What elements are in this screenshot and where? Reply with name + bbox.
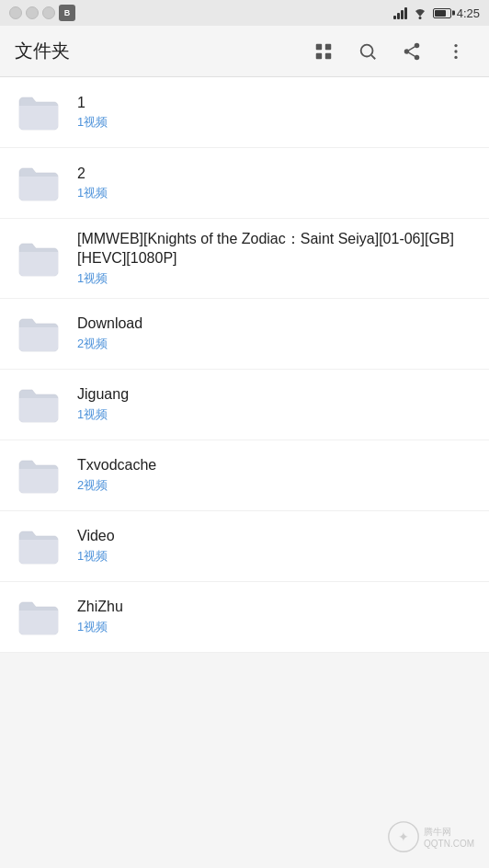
window-btn-2 xyxy=(26,6,39,19)
battery-icon xyxy=(433,8,451,18)
folder-count: 1视频 xyxy=(77,114,474,131)
folder-item[interactable]: Video 1视频 xyxy=(0,511,489,582)
svg-point-14 xyxy=(454,55,457,58)
folder-name: [MMWEB][Knights of the Zodiac：Saint Seiy… xyxy=(77,230,474,268)
svg-rect-3 xyxy=(316,52,322,58)
more-options-button[interactable] xyxy=(438,33,474,70)
signal-icon xyxy=(393,6,407,19)
folder-name: Video xyxy=(77,527,474,546)
status-bar-left: B xyxy=(9,5,75,21)
svg-line-11 xyxy=(409,46,415,50)
folder-name: Txvodcache xyxy=(77,456,474,475)
folder-info: Jiguang 1视频 xyxy=(77,385,474,423)
svg-line-6 xyxy=(371,55,375,59)
svg-text:✦: ✦ xyxy=(398,829,409,844)
folder-name: ZhiZhu xyxy=(77,598,474,617)
folder-name: 2 xyxy=(77,165,474,184)
folder-icon xyxy=(17,599,60,635)
more-options-icon xyxy=(446,41,466,62)
folder-item[interactable]: Jiguang 1视频 xyxy=(0,370,489,440)
folder-item[interactable]: [MMWEB][Knights of the Zodiac：Saint Seiy… xyxy=(0,219,489,299)
folder-count: 1视频 xyxy=(77,548,474,565)
folder-icon-wrap xyxy=(15,88,63,136)
share-icon xyxy=(402,41,422,62)
app-bar-actions xyxy=(305,33,474,70)
folder-count: 2视频 xyxy=(77,477,474,494)
folder-icon xyxy=(17,165,60,201)
folder-info: Video 1视频 xyxy=(77,527,474,565)
folder-item[interactable]: ZhiZhu 1视频 xyxy=(0,582,489,653)
folder-icon xyxy=(17,240,60,277)
folder-icon-wrap xyxy=(15,522,63,570)
watermark: ✦ 腾牛网 QQTN.COM xyxy=(387,820,474,853)
folder-item[interactable]: Download 2视频 xyxy=(0,299,489,370)
share-button[interactable] xyxy=(393,33,430,70)
folder-item[interactable]: Txvodcache 2视频 xyxy=(0,440,489,511)
grid-icon xyxy=(313,41,334,62)
folder-item[interactable]: 1 1视频 xyxy=(0,77,489,148)
folder-count: 2视频 xyxy=(77,336,474,352)
svg-point-7 xyxy=(415,42,420,48)
window-btn-3 xyxy=(42,6,55,19)
folder-icon-wrap xyxy=(15,159,63,207)
window-btn-1 xyxy=(9,6,22,19)
folder-info: ZhiZhu 1视频 xyxy=(77,598,474,635)
wifi-icon xyxy=(413,6,427,19)
app-icon: B xyxy=(59,5,75,21)
folder-icon-wrap xyxy=(15,310,63,358)
svg-rect-4 xyxy=(325,52,331,58)
svg-point-8 xyxy=(404,49,410,54)
svg-point-9 xyxy=(415,54,420,59)
watermark-site: 腾牛网 xyxy=(424,826,474,839)
folder-icon xyxy=(17,457,60,494)
folder-info: 2 1视频 xyxy=(77,165,474,202)
svg-line-10 xyxy=(409,52,415,56)
page-title: 文件夹 xyxy=(15,39,70,63)
app-bar: 文件夹 xyxy=(0,26,489,77)
status-bar-right: 4:25 xyxy=(393,6,480,20)
folder-icon xyxy=(17,528,60,565)
folder-count: 1视频 xyxy=(77,270,474,287)
folder-icon-wrap xyxy=(15,381,63,428)
search-icon xyxy=(358,41,378,62)
folder-count: 1视频 xyxy=(77,406,474,423)
svg-rect-2 xyxy=(325,43,331,49)
folder-name: Download xyxy=(77,314,474,334)
svg-point-0 xyxy=(418,17,421,19)
grid-view-button[interactable] xyxy=(305,33,342,70)
svg-point-13 xyxy=(454,50,457,52)
folder-item[interactable]: 2 1视频 xyxy=(0,148,489,219)
folder-list: 1 1视频 2 1视频 [MMWEB][Kn xyxy=(0,77,489,653)
folder-name: Jiguang xyxy=(77,385,474,405)
folder-icon xyxy=(17,386,60,423)
folder-info: 1 1视频 xyxy=(77,94,474,131)
folder-info: Txvodcache 2视频 xyxy=(77,456,474,494)
folder-count: 1视频 xyxy=(77,185,474,201)
folder-icon-wrap xyxy=(15,451,63,499)
status-bar: B 4:25 xyxy=(0,0,489,26)
folder-icon xyxy=(17,315,60,352)
folder-count: 1视频 xyxy=(77,619,474,635)
search-button[interactable] xyxy=(349,33,386,70)
folder-icon-wrap xyxy=(15,234,63,282)
watermark-domain: QQTN.COM xyxy=(424,839,474,849)
folder-info: Download 2视频 xyxy=(77,314,474,352)
folder-icon-wrap xyxy=(15,593,63,641)
folder-name: 1 xyxy=(77,94,474,113)
svg-rect-1 xyxy=(316,43,322,49)
svg-point-12 xyxy=(454,43,457,46)
folder-info: [MMWEB][Knights of the Zodiac：Saint Seiy… xyxy=(77,230,474,287)
watermark-logo: ✦ xyxy=(387,820,420,853)
svg-point-5 xyxy=(361,44,373,56)
folder-icon xyxy=(17,94,60,131)
status-time: 4:25 xyxy=(457,6,480,20)
